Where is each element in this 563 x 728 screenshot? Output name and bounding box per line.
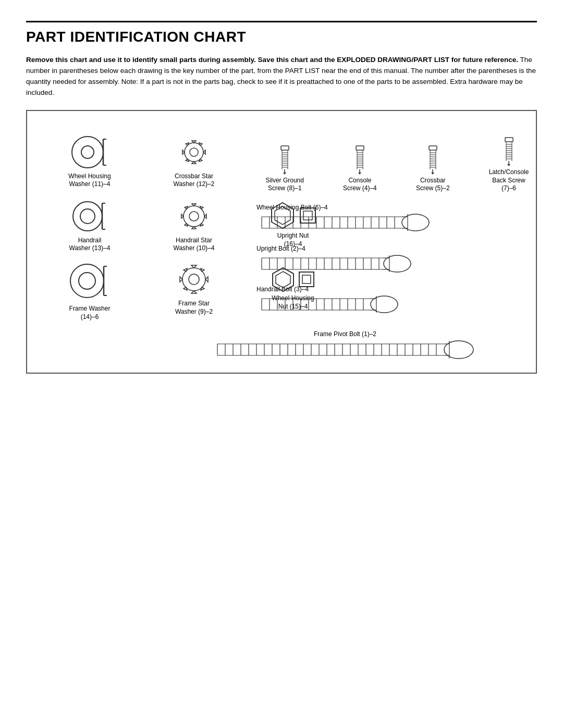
latch-console-back-screw-icon	[495, 135, 523, 166]
silver-ground-screw-label: Silver Ground Screw (8)–1	[266, 177, 304, 193]
chart-grid: Wheel Housing Washer (11)–4	[38, 124, 525, 363]
svg-rect-145	[299, 272, 314, 287]
upright-nut-cell: Upright Nut (16)–4	[246, 193, 340, 257]
svg-rect-135	[303, 211, 312, 220]
crossbar-screw-label: Crossbar Screw (5)–2	[416, 177, 450, 193]
svg-point-6	[190, 148, 198, 156]
frame-pivot-bolt-drawing	[215, 339, 475, 360]
svg-marker-144	[276, 272, 290, 288]
screws-row: Silver Ground Screw (8)–1	[246, 124, 548, 193]
console-screw-label: Console Screw (4)–4	[343, 177, 377, 193]
crossbar-screw-item: Crossbar Screw (5)–2	[416, 143, 450, 193]
svg-rect-20	[356, 146, 364, 150]
silver-ground-screw-icon	[271, 143, 299, 175]
svg-rect-146	[302, 275, 311, 283]
wheel-housing-nut-hex-icon	[272, 266, 295, 292]
svg-point-1	[81, 146, 94, 158]
page-title: PART IDENTIFICATION CHART	[26, 21, 537, 45]
svg-rect-7	[281, 146, 289, 150]
crossbar-star-washer-icon	[176, 134, 212, 170]
wheel-housing-nut-label: Wheel Housing Nut (15)–4	[272, 294, 314, 311]
svg-rect-134	[300, 208, 315, 223]
svg-rect-33	[429, 146, 437, 150]
console-screw-icon	[346, 143, 374, 175]
svg-rect-46	[505, 138, 513, 142]
svg-point-136	[70, 264, 104, 298]
crossbar-star-washer-label: Crossbar Star Washer (12)–2	[174, 172, 215, 189]
frame-pivot-bolt-row: Frame Pivot Bolt (1)–2	[142, 325, 548, 362]
svg-marker-45	[431, 172, 434, 175]
silver-ground-screw-item: Silver Ground Screw (8)–1	[266, 143, 304, 193]
frame-pivot-bolt-label: Frame Pivot Bolt (1)–2	[314, 330, 376, 338]
frame-washer-label: Frame Washer (14)–6	[69, 305, 111, 321]
upright-nut-label: Upright Nut (16)–4	[277, 232, 309, 248]
svg-marker-19	[283, 172, 286, 175]
crossbar-screw-icon	[419, 143, 447, 175]
handrail-washer-cell: Handrail Washer (13)–4	[38, 193, 142, 257]
svg-point-60	[80, 209, 95, 224]
svg-point-137	[79, 273, 95, 289]
intro-text: Remove this chart and use it to identify…	[26, 55, 537, 98]
handrail-star-washer-icon	[176, 198, 212, 235]
wheel-housing-washer-icon	[69, 134, 111, 170]
frame-star-washer-cell: Frame Star Washer (9)–2	[142, 257, 246, 320]
crossbar-star-washer-cell: Crossbar Star Washer (12)–2	[142, 124, 246, 193]
handrail-star-washer-label: Handrail Star Washer (10)–4	[174, 237, 215, 253]
frame-washer-cell: Frame Washer (14)–6	[38, 257, 142, 325]
intro-bold: Remove this chart and use it to identify…	[26, 56, 518, 64]
svg-marker-58	[507, 164, 510, 166]
latch-console-back-screw-item: Latch/Console Back Screw (7)–6	[489, 135, 529, 193]
chart-box: Wheel Housing Washer (11)–4	[26, 110, 537, 374]
svg-marker-32	[358, 172, 361, 175]
wheel-housing-washer-cell: Wheel Housing Washer (11)–4	[38, 124, 142, 193]
upright-nut-square-icon	[299, 206, 317, 225]
frame-washer-icon	[66, 261, 113, 303]
upright-nut-icon	[270, 201, 296, 230]
latch-console-back-screw-label: Latch/Console Back Screw (7)–6	[489, 168, 529, 193]
wheel-housing-nut-cell: Wheel Housing Nut (15)–4	[246, 257, 340, 320]
handrail-star-washer-cell: Handrail Star Washer (10)–4	[142, 193, 246, 257]
handrail-washer-label: Handrail Washer (13)–4	[69, 237, 111, 253]
svg-point-178	[444, 341, 473, 359]
frame-star-washer-icon	[176, 261, 212, 298]
svg-point-65	[189, 212, 199, 221]
console-screw-item: Console Screw (4)–4	[343, 143, 377, 193]
frame-star-washer-label: Frame Star Washer (9)–2	[175, 300, 213, 316]
wheel-housing-nut-square-icon	[298, 271, 315, 288]
svg-point-0	[72, 137, 103, 168]
frame-pivot-bolt-svg	[215, 339, 475, 360]
svg-marker-133	[275, 206, 290, 225]
svg-point-142	[189, 274, 199, 285]
wheel-housing-washer-label: Wheel Housing Washer (11)–4	[68, 172, 111, 189]
handrail-washer-icon	[69, 198, 111, 235]
svg-point-59	[73, 202, 102, 231]
